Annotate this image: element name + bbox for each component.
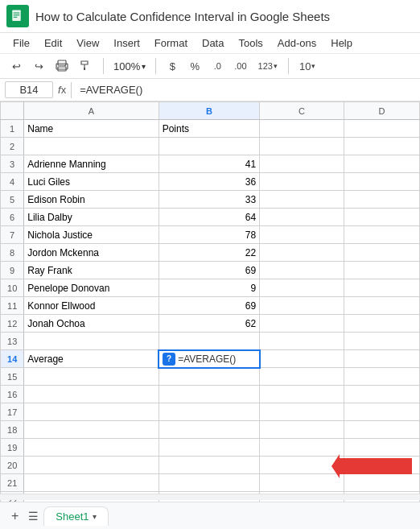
cell-c19[interactable] (260, 439, 344, 457)
menu-help[interactable]: Help (324, 35, 359, 52)
cell-d2[interactable] (344, 138, 419, 155)
cell-d11[interactable] (344, 297, 419, 315)
cell-a16[interactable] (24, 386, 159, 403)
cell-c18[interactable] (260, 421, 344, 439)
row-header-7[interactable]: 7 (1, 226, 24, 244)
cell-b7[interactable]: 78 (159, 226, 260, 244)
undo-button[interactable]: ↩ (6, 58, 26, 75)
cell-c6[interactable] (260, 209, 344, 226)
cell-d14[interactable] (344, 350, 419, 368)
cell-b9[interactable]: 69 (159, 262, 260, 279)
row-header-15[interactable]: 15 (1, 368, 24, 386)
menu-edit[interactable]: Edit (38, 35, 68, 52)
col-header-c[interactable]: C (260, 102, 344, 120)
cell-b8[interactable]: 22 (159, 244, 260, 262)
sheet1-tab[interactable]: Sheet1 ▾ (43, 506, 108, 526)
row-header-20[interactable]: 20 (1, 457, 24, 474)
cell-a10[interactable]: Penelope Donovan (24, 279, 159, 297)
font-size-control[interactable]: 10 ▾ (295, 58, 319, 75)
menu-insert[interactable]: Insert (107, 35, 146, 52)
cell-d8[interactable] (344, 244, 419, 262)
cell-a15[interactable] (24, 368, 159, 386)
cell-reference-box[interactable] (5, 81, 53, 98)
paint-format-button[interactable] (76, 57, 97, 75)
cell-a4[interactable]: Luci Giles (24, 173, 159, 191)
cell-b3[interactable]: 41 (159, 155, 260, 173)
cell-b5[interactable]: 33 (159, 191, 260, 209)
cell-d7[interactable] (344, 226, 419, 244)
cell-a1[interactable]: Name (24, 120, 159, 138)
row-header-4[interactable]: 4 (1, 173, 24, 191)
cell-d15[interactable] (344, 368, 419, 386)
cell-c16[interactable] (260, 386, 344, 403)
cell-c17[interactable] (260, 403, 344, 421)
cell-c15[interactable] (260, 368, 344, 386)
cell-b12[interactable]: 62 (159, 315, 260, 333)
cell-c5[interactable] (260, 191, 344, 209)
cell-b1[interactable]: Points (159, 120, 260, 138)
cell-d21[interactable] (344, 474, 419, 492)
row-header-14[interactable]: 14 (1, 350, 24, 368)
cell-c3[interactable] (260, 155, 344, 173)
cell-c11[interactable] (260, 297, 344, 315)
menu-data[interactable]: Data (196, 35, 230, 52)
cell-d5[interactable] (344, 191, 419, 209)
menu-addons[interactable]: Add-ons (271, 35, 323, 52)
print-button[interactable] (51, 57, 72, 75)
cell-a14[interactable]: Average (24, 350, 159, 368)
cell-a3[interactable]: Adrienne Manning (24, 155, 159, 173)
cell-a18[interactable] (24, 421, 159, 439)
row-header-3[interactable]: 3 (1, 155, 24, 173)
cell-d16[interactable] (344, 386, 419, 403)
menu-tools[interactable]: Tools (232, 35, 269, 52)
cell-c20[interactable] (260, 457, 344, 474)
cell-a2[interactable] (24, 138, 159, 155)
cell-a11[interactable]: Konnor Ellwood (24, 297, 159, 315)
cell-c10[interactable] (260, 279, 344, 297)
row-header-5[interactable]: 5 (1, 191, 24, 209)
cell-d6[interactable] (344, 209, 419, 226)
cell-a5[interactable]: Edison Robin (24, 191, 159, 209)
row-header-1[interactable]: 1 (1, 120, 24, 138)
percent-button[interactable]: % (185, 58, 204, 75)
cell-b2[interactable] (159, 138, 260, 155)
cell-a12[interactable]: Jonah Ochoa (24, 315, 159, 333)
number-format-button[interactable]: 123 ▾ (254, 59, 282, 73)
decimal-inc-button[interactable]: .00 (230, 59, 250, 73)
cell-a9[interactable]: Ray Frank (24, 262, 159, 279)
cell-d3[interactable] (344, 155, 419, 173)
cell-b19[interactable] (159, 439, 260, 457)
zoom-control[interactable]: 100% ▾ (110, 59, 149, 74)
row-header-6[interactable]: 6 (1, 209, 24, 226)
cell-c21[interactable] (260, 474, 344, 492)
cell-b13[interactable] (159, 333, 260, 350)
cell-a21[interactable] (24, 474, 159, 492)
cell-a17[interactable] (24, 403, 159, 421)
menu-format[interactable]: Format (148, 35, 194, 52)
cell-c8[interactable] (260, 244, 344, 262)
col-header-a[interactable]: A (24, 102, 159, 120)
cell-d4[interactable] (344, 173, 419, 191)
row-header-11[interactable]: 11 (1, 297, 24, 315)
cell-c1[interactable] (260, 120, 344, 138)
cell-b14[interactable]: ?=AVERAGE() (159, 350, 260, 368)
menu-view[interactable]: View (70, 35, 105, 52)
cell-b4[interactable]: 36 (159, 173, 260, 191)
row-header-9[interactable]: 9 (1, 262, 24, 279)
cell-b20[interactable] (159, 457, 260, 474)
cell-b16[interactable] (159, 386, 260, 403)
cell-d1[interactable] (344, 120, 419, 138)
row-header-10[interactable]: 10 (1, 279, 24, 297)
cell-b17[interactable] (159, 403, 260, 421)
cell-d18[interactable] (344, 421, 419, 439)
cell-c14[interactable] (260, 350, 344, 368)
row-header-18[interactable]: 18 (1, 421, 24, 439)
cell-b15[interactable] (159, 368, 260, 386)
cell-a13[interactable] (24, 333, 159, 350)
decimal-dec-button[interactable]: .0 (208, 59, 227, 73)
col-header-d[interactable]: D (344, 102, 419, 120)
row-header-21[interactable]: 21 (1, 474, 24, 492)
row-header-19[interactable]: 19 (1, 439, 24, 457)
cell-a20[interactable] (24, 457, 159, 474)
row-header-12[interactable]: 12 (1, 315, 24, 333)
